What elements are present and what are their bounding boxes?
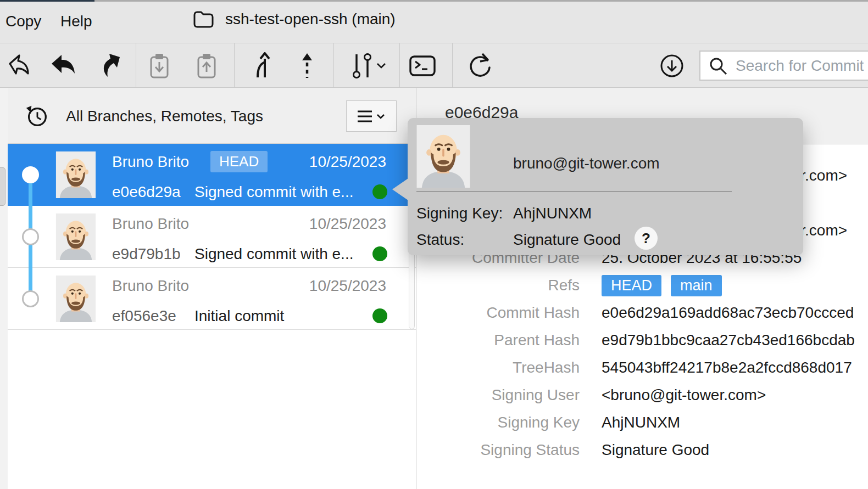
toolbar-divider (136, 43, 136, 87)
stash-apply-button[interactable] (193, 52, 221, 80)
branch-filter-header: All Branches, Remotes, Tags (8, 88, 416, 144)
avatar (53, 213, 98, 260)
stash-save-button[interactable] (146, 52, 174, 80)
commit-list: Bruno Brito HEAD 10/25/2023 e0e6d29a Sig… (8, 144, 416, 330)
tooltip-arrow (392, 178, 408, 200)
edge-scroll-handle[interactable] (0, 167, 5, 206)
search-box[interactable] (699, 50, 868, 81)
refresh-icon (466, 52, 493, 80)
repo-chip[interactable]: ssh-test-open-ssh (main) (192, 9, 396, 29)
commit-message: Initial commit (194, 307, 284, 325)
commit-message: Signed commit with e... (194, 245, 353, 263)
undo-button[interactable] (49, 52, 77, 80)
history-icon (24, 103, 50, 130)
menu-item-copy[interactable]: Copy (5, 13, 41, 30)
ref-badge-main[interactable]: main (671, 275, 722, 296)
redo-arrow-icon (94, 52, 121, 80)
fetch-down-icon (659, 53, 685, 78)
stash-save-icon (146, 52, 174, 80)
merge-icon (247, 52, 274, 80)
commit-date: 10/25/2023 (309, 215, 386, 233)
signature-status-dot (372, 184, 387, 199)
signature-tooltip: bruno@git-tower.com Signing Key: AhjNUNX… (408, 118, 803, 255)
toolbar-divider (333, 43, 334, 87)
commit-author: Bruno Brito (112, 215, 189, 233)
avatar (53, 276, 98, 322)
search-input[interactable] (736, 57, 867, 75)
head-badge: HEAD (210, 151, 268, 172)
redo-button[interactable] (94, 52, 121, 80)
toolbar-divider (234, 43, 235, 87)
graph-node (22, 290, 39, 307)
avatar (53, 151, 98, 198)
compare-branches-button[interactable] (348, 52, 387, 80)
rebase-icon (293, 52, 321, 80)
commit-date: 10/25/2023 (309, 277, 386, 295)
refresh-button[interactable] (466, 52, 493, 80)
commit-hash-short: e9d79b1b (112, 245, 181, 263)
terminal-button[interactable] (409, 52, 436, 80)
commit-row-ef056e3e[interactable]: Bruno Brito 10/25/2023 ef056e3e Initial … (8, 268, 416, 330)
signing-key-value: AhjNUNXM (513, 205, 592, 222)
undo-arrow-icon (49, 52, 77, 80)
branch-scope-label: All Branches, Remotes, Tags (66, 108, 263, 125)
commit-hash-short: ef056e3e (112, 307, 176, 325)
repo-title: ssh-test-open-ssh (main) (225, 10, 396, 28)
status-value: Signature Good (513, 231, 621, 249)
app-window: Copy Help ssh-test-open-ssh (main) (0, 0, 868, 489)
signer-email: bruno@git-tower.com (513, 155, 660, 172)
tooltip-divider (416, 191, 732, 192)
detail-row-tree-hash: TreeHash 545043bff24217b8e2a2fccd868d017 (416, 354, 868, 381)
commit-author: Bruno Brito (112, 153, 189, 171)
commit-history-panel: All Branches, Remotes, Tags Bruno Brito … (8, 88, 416, 489)
checkout-arrow-icon (5, 52, 33, 80)
search-icon (708, 56, 728, 76)
signature-status-dot (372, 246, 387, 261)
ref-badge-head[interactable]: HEAD (602, 275, 661, 296)
stash-apply-icon (193, 52, 221, 80)
commit-message: Signed commit with e... (194, 183, 353, 201)
fetch-down-button[interactable] (658, 52, 686, 80)
checkout-button[interactable] (5, 52, 33, 80)
detail-row-signing-status: Signing Status Signature Good (416, 436, 868, 464)
commit-row-e9d79b1b[interactable]: Bruno Brito 10/25/2023 e9d79b1b Signed c… (8, 206, 416, 268)
menu-bar: Copy Help ssh-test-open-ssh (main) (0, 2, 868, 43)
terminal-icon (409, 52, 436, 80)
options-menu-icon (355, 108, 387, 125)
commit-hash-short: e0e6d29a (112, 183, 181, 201)
graph-node (22, 228, 39, 245)
detail-row-signing-key: Signing Key AhjNUNXM (416, 409, 868, 436)
signature-status-dot (372, 308, 387, 323)
graph-node (22, 166, 39, 183)
commit-row-e0e6d29a[interactable]: Bruno Brito HEAD 10/25/2023 e0e6d29a Sig… (8, 144, 416, 206)
help-question-badge[interactable]: ? (635, 227, 658, 250)
detail-row-refs: Refs HEAD main (416, 272, 868, 299)
compare-branches-icon (348, 52, 387, 80)
toolbar (0, 43, 868, 88)
avatar (416, 125, 470, 188)
commit-date: 10/25/2023 (309, 153, 386, 171)
merge-button[interactable] (247, 52, 274, 80)
folder-icon (192, 9, 214, 29)
commit-author: Bruno Brito (112, 277, 189, 295)
toolbar-divider (399, 43, 400, 87)
history-options-button[interactable] (346, 100, 397, 132)
rebase-button[interactable] (293, 52, 321, 80)
detail-row-parent-hash: Parent Hash e9d79b1bbc9caa27cb43ed166bcd… (416, 327, 868, 354)
status-label: Status: (416, 231, 464, 249)
menu-item-help[interactable]: Help (60, 13, 92, 30)
window-left-gutter (0, 88, 8, 489)
toolbar-divider (452, 43, 453, 87)
signing-key-label: Signing Key: (416, 205, 503, 222)
detail-row-commit-hash: Commit Hash e0e6d29a169add68ac73ecb70ccc… (416, 299, 868, 327)
detail-row-signing-user: Signing User <bruno@git-tower.com> (416, 381, 868, 409)
